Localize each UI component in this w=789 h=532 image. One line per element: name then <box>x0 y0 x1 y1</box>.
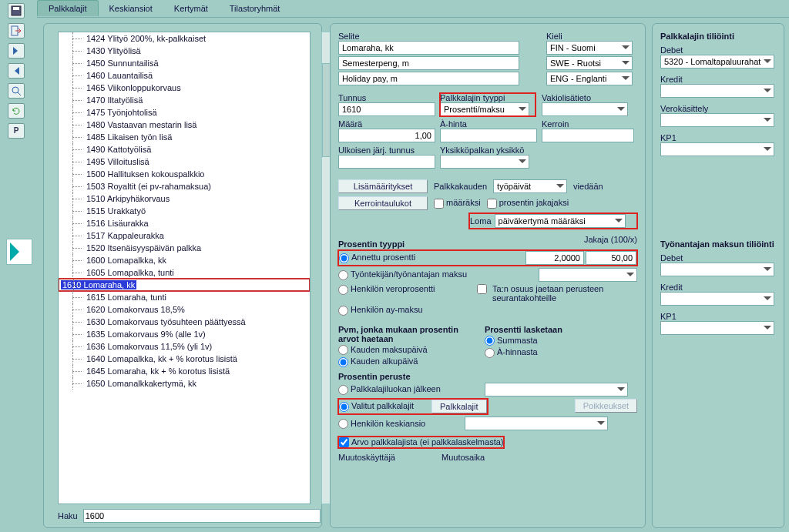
kieli-fin[interactable]: FIN - Suomi <box>546 41 633 55</box>
detail-panel: Selite Kieli FIN - Suomi SWE - Ruotsi EN… <box>330 23 646 528</box>
tyonantajan-tiliointi-title: Työnantajan maksun tiliöinti <box>660 239 776 249</box>
list-item[interactable]: 1605 Lomapalkka, tunti <box>59 266 310 279</box>
maaraksi-check[interactable]: määräksi <box>434 198 481 209</box>
peruste-valitut-radio[interactable]: Valitut palkkalajit <box>339 401 431 412</box>
back-icon[interactable] <box>8 63 25 79</box>
kauden-alkupaiva-radio[interactable]: Kauden alkupäivä <box>338 356 485 367</box>
vakiolisatieto-select[interactable] <box>542 102 628 116</box>
list-item[interactable]: 1470 Iltatyölisä <box>59 94 310 106</box>
prosentti-input[interactable] <box>525 251 584 265</box>
list-item[interactable]: 1450 Sunnuntailisä <box>59 57 310 69</box>
list-item[interactable]: 1480 Vastaavan mestarin lisä <box>59 119 310 131</box>
keskiansio-select[interactable] <box>465 417 608 430</box>
palkkalajin-tyyppi-select[interactable]: Prosentti/maksu <box>440 102 529 116</box>
loma-select[interactable]: päiväkertymä määräksi <box>495 214 626 228</box>
debet2-select[interactable] <box>660 263 774 276</box>
prosentin-peruste-label: Prosentin peruste <box>338 372 637 381</box>
ahinta-label: À-hinta <box>440 119 536 129</box>
list-item[interactable]: 1650 Lomanalkkakertymä, kk <box>59 377 310 390</box>
palkkalajin-tyyppi-label: Palkkalajin tyyppi <box>440 93 536 102</box>
list-item[interactable]: 1615 Lomaraha, tunti <box>59 291 310 303</box>
p-icon[interactable]: P <box>8 123 25 139</box>
list-item[interactable]: 1516 Lisäurakka <box>59 217 310 229</box>
tab-kertymät[interactable]: Kertymät <box>163 1 219 16</box>
list-item[interactable]: 1503 Royaltit (ei pv-rahamaksua) <box>59 180 310 192</box>
ulk-tunnus-input[interactable] <box>338 155 435 169</box>
tree-panel: 1424 Ylityö 200%, kk-palkkaiset1430 Ylit… <box>43 23 322 528</box>
summasta-radio[interactable]: Summasta <box>485 336 562 346</box>
lisamaaritykset-button[interactable]: Lisämääritykset <box>338 179 428 193</box>
list-item[interactable]: 1520 Itsenäisyyspäivän palkka <box>59 242 310 254</box>
list-item[interactable]: 1515 Urakkatyö <box>59 205 310 217</box>
ulk-tunnus-label: Ulkoisen järj. tunnus <box>338 146 434 155</box>
list-item[interactable]: 1600 Lomapalkka, kk <box>59 254 310 266</box>
palkkakauden-select[interactable]: työpäivät <box>493 179 567 193</box>
haku-label: Haku <box>58 511 78 520</box>
debet-select[interactable]: 5320 - Lomaltapaluurahat <box>660 55 774 69</box>
kredit2-select[interactable] <box>660 292 774 306</box>
list-item[interactable]: 1510 Arkipyhäkorvaus <box>59 192 310 205</box>
tyontekijan-radio[interactable]: Työntekijän/työnantajan maksu <box>338 269 539 280</box>
peruste-keskiansio-radio[interactable]: Henkilön keskiansio <box>338 419 425 428</box>
selite-swe[interactable] <box>338 56 519 70</box>
zoom-icon[interactable] <box>8 83 25 99</box>
kredit-select[interactable] <box>660 84 774 98</box>
selite-fin[interactable] <box>338 41 519 55</box>
prosentin-jakajaksi-check[interactable]: prosentin jakajaksi <box>487 198 569 209</box>
list-item[interactable]: 1424 Ylityö 200%, kk-palkkaiset <box>59 32 310 45</box>
list-item[interactable]: 1636 Lomakorvaus 11,5% (yli 1v) <box>59 340 310 353</box>
tab-keskiansiot[interactable]: Keskiansiot <box>99 1 163 16</box>
henkilon-ay-radio[interactable]: Henkilön ay-maksu <box>338 305 423 314</box>
palkkalajit-list[interactable]: 1424 Ylityö 200%, kk-palkkaiset1430 Ylit… <box>58 32 311 504</box>
jakaja-input[interactable] <box>586 251 636 265</box>
debet-label: Debet <box>660 45 776 55</box>
list-item[interactable]: 1495 Villoituslisä <box>59 156 310 168</box>
peruste-pljalkeen-radio[interactable]: Palkkalajiluokan jälkeen <box>338 384 485 395</box>
svg-point-3 <box>12 87 18 93</box>
list-item[interactable]: 1645 Lomaraha, kk + % korotus lisistä <box>59 365 310 377</box>
tunnus-input[interactable] <box>338 102 435 116</box>
list-item[interactable]: 1475 Työnjohtolisä <box>59 106 310 119</box>
list-item[interactable]: 1620 Lomakorvaus 18,5% <box>59 303 310 316</box>
list-item[interactable]: 1630 Lomakorvaus työsuhteen päättyessä <box>59 316 310 328</box>
kp1-select[interactable] <box>660 142 774 156</box>
list-item[interactable]: 1610 Lomaraha, kk <box>59 279 310 291</box>
kauden-maksupaiva-radio[interactable]: Kauden maksupäivä <box>338 345 485 356</box>
list-item[interactable]: 1465 Viikonloppukorvaus <box>59 82 310 94</box>
palkkalajit-button[interactable]: Palkkalajit <box>431 400 487 413</box>
save-icon[interactable] <box>8 3 25 18</box>
yksikkopalkan-select[interactable] <box>440 155 529 169</box>
list-item[interactable]: 1490 Kattotyölisä <box>59 143 310 156</box>
kerroin-input[interactable] <box>542 129 634 142</box>
tan-osuus-check[interactable]: Ta:n osuus jaetaan perusteen seurantakoh… <box>477 284 616 303</box>
kp1-2-select[interactable] <box>660 321 774 335</box>
poikkeukset-button[interactable]: Poikkeukset <box>575 399 637 413</box>
kieli-eng[interactable]: ENG - Englanti <box>546 72 633 85</box>
exit-icon[interactable] <box>8 23 25 38</box>
peruste-pljalkeen-select[interactable] <box>485 383 628 396</box>
verokasittely-select[interactable] <box>660 113 774 127</box>
arvo-palkkalajista-check[interactable]: Arvo palkkalajista (ei palkkalaskelmasta… <box>339 437 503 447</box>
selite-eng[interactable] <box>338 72 519 85</box>
list-item[interactable]: 1635 Lomakorvaus 9% (alle 1v) <box>59 328 310 340</box>
list-item[interactable]: 1500 Hallituksen kokouspalkkio <box>59 168 310 180</box>
tab-palkkalajit[interactable]: Palkkalajit <box>37 0 99 16</box>
forward-icon[interactable] <box>8 43 25 59</box>
kerrointaulukot-button[interactable]: Kerrointaulukot <box>338 196 428 210</box>
list-item[interactable]: 1517 Kappaleurakka <box>59 229 310 242</box>
refresh-icon[interactable] <box>8 103 25 119</box>
vakiolisatieto-label: Vakiolisätieto <box>542 93 633 102</box>
maara-input[interactable] <box>338 129 435 142</box>
list-item[interactable]: 1640 Lomapalkka, kk + % korotus lisistä <box>59 353 310 365</box>
list-item[interactable]: 1485 Likaisen työn lisä <box>59 131 310 143</box>
ahinnasta-radio[interactable]: À-hinnasta <box>485 347 562 358</box>
henkilon-vero-radio[interactable]: Henkilön veroprosentti <box>338 284 477 295</box>
tab-tilastoryhmät[interactable]: Tilastoryhmät <box>219 1 291 16</box>
tyontekijan-select[interactable] <box>539 268 637 282</box>
search-input[interactable] <box>83 509 321 523</box>
list-item[interactable]: 1430 Ylityölisä <box>59 45 310 57</box>
ahinta-input[interactable] <box>440 129 537 142</box>
kieli-swe[interactable]: SWE - Ruotsi <box>546 56 633 70</box>
list-item[interactable]: 1460 Lauantailisä <box>59 69 310 82</box>
annettu-prosentti-radio[interactable]: Annettu prosentti <box>339 253 525 263</box>
